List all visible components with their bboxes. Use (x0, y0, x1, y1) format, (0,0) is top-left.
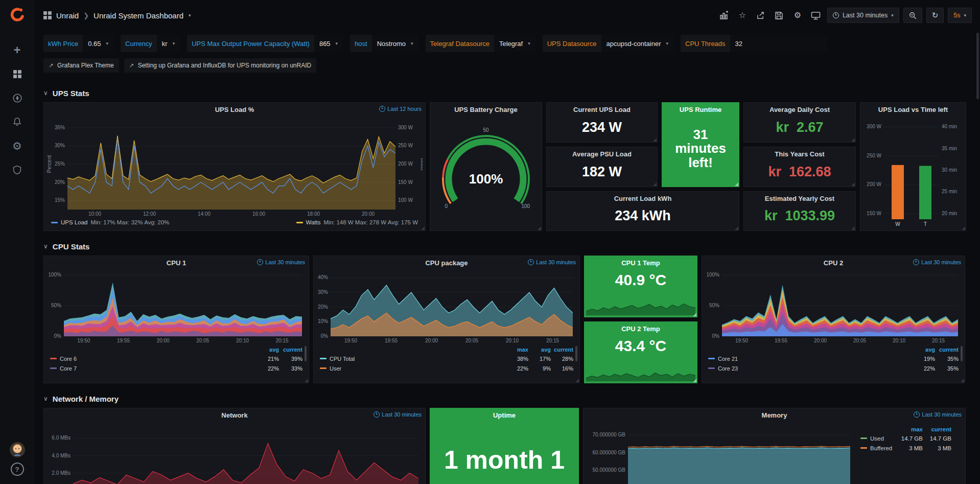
svg-text:20:15: 20:15 (932, 338, 945, 343)
page-scrollbar[interactable] (976, 33, 979, 99)
chevron-down-icon: ▾ (173, 41, 175, 46)
legend-series[interactable]: Core 2322%35% (708, 363, 959, 373)
share-button[interactable] (754, 8, 768, 23)
apps-grid-icon[interactable] (43, 11, 52, 19)
svg-text:200 W: 200 W (867, 181, 881, 187)
panel-time-range[interactable]: Last 30 minutes (914, 411, 962, 418)
variable-value-dropdown[interactable]: 865▾ (314, 35, 343, 52)
panel-time-range[interactable]: Last 30 minutes (257, 259, 305, 265)
cpu-threads-input[interactable]: 32 (730, 35, 827, 52)
legend-series[interactable]: User22%9%16% (320, 363, 573, 373)
panel-title[interactable]: Estimated Yearly Cost (765, 195, 834, 202)
legend-scrollbar[interactable] (575, 346, 577, 361)
panel-title[interactable]: Memory (762, 411, 787, 419)
panel-title[interactable]: Network (221, 411, 247, 419)
chevron-down-icon: ▾ (964, 13, 966, 18)
panel-title[interactable]: UPS Runtime (680, 106, 721, 113)
chart-svg (586, 364, 695, 381)
variable-value-dropdown[interactable]: Telegraf▾ (494, 35, 535, 52)
network-chart[interactable]: 2.0 MBs4.0 MBs6.0 MBs (46, 422, 423, 484)
variable-ups-datasource: UPS Datasource apcupsd-container▾ (543, 35, 673, 52)
panel-time-range[interactable]: Last 30 minutes (913, 259, 961, 265)
link-ups-monitoring-guide[interactable]: ↗ Setting up Grafana and InfluxDB for UP… (124, 58, 317, 73)
legend-series[interactable]: CPU Total38%17%28% (320, 354, 573, 363)
variable-value-dropdown[interactable]: apcupsd-container▾ (601, 35, 674, 52)
clock-icon (528, 259, 534, 265)
panel-title[interactable]: CPU 1 Temp (621, 259, 660, 267)
time-range-picker[interactable]: Last 30 minutes ▾ (827, 8, 899, 23)
panel-title[interactable]: UPS Battery Charge (454, 106, 518, 113)
panel-title[interactable]: Uptime (493, 411, 516, 419)
row-cpu-stats: CPU 1 Last 30 minutes 0%50%100%19:5019:5… (43, 256, 966, 383)
breadcrumb-page-title[interactable]: Unraid System Dashboard (94, 11, 183, 20)
panel-title[interactable]: CPU 1 (167, 259, 186, 267)
chart-svg: 0%10%20%30%40%19:5019:5520:0020:0520:102… (316, 269, 577, 344)
legend-series[interactable]: UPS LoadMin: 17% Max: 32% Avg: 20% (51, 219, 169, 225)
legend-series[interactable]: Core 722%33% (50, 363, 302, 373)
save-button[interactable] (772, 8, 786, 23)
panel-title[interactable]: CPU 2 Temp (621, 325, 660, 333)
row-header-network-memory[interactable]: ∨ Network / Memory (43, 390, 966, 407)
panel-time-range[interactable]: Last 30 minutes (374, 411, 422, 418)
legend-series[interactable]: Buffered3 MB3 MB (860, 443, 951, 453)
legend-scrollbar[interactable] (961, 346, 963, 361)
svg-text:0%: 0% (321, 333, 329, 339)
panel-title[interactable]: This Years Cost (775, 150, 824, 158)
panel-title[interactable]: UPS Load % (215, 106, 254, 113)
svg-text:250 W: 250 W (867, 153, 881, 158)
panel-title[interactable]: Current UPS Load (573, 106, 631, 113)
chart-svg: 2.0 MBs4.0 MBs6.0 MBs (46, 422, 423, 484)
sidebar: + ⚙ ? (0, 0, 34, 484)
memory-chart[interactable]: 50.000000 GB60.000000 GB70.000000 GB (586, 422, 854, 484)
row-header-cpu-stats[interactable]: ∨ CPU Stats (43, 238, 966, 255)
refresh-interval-picker[interactable]: 5s ▾ (948, 8, 972, 23)
configuration-gear-icon[interactable]: ⚙ (0, 134, 34, 158)
refresh-button[interactable]: ↻ (926, 8, 944, 23)
panel-title[interactable]: CPU 2 (824, 259, 843, 267)
dashboards-icon[interactable] (0, 62, 34, 86)
panel-time-range[interactable]: Last 30 minutes (528, 259, 576, 265)
create-plus-icon[interactable]: + (0, 38, 34, 62)
cpu1-chart[interactable]: 0%50%100%19:5019:5520:0020:0520:1020:15 (46, 269, 306, 344)
row-header-ups-stats[interactable]: ∨ UPS Stats (43, 85, 966, 101)
cpu2-chart[interactable]: 0%50%100%19:5019:5520:0020:0520:1020:15 (705, 269, 962, 344)
svg-text:Percent: Percent (46, 155, 52, 173)
panel-title[interactable]: Current Load kWh (614, 195, 672, 202)
legend-series[interactable]: Core 2119%35% (708, 354, 959, 363)
chevron-down-icon[interactable]: ▾ (189, 13, 191, 18)
panel-title[interactable]: UPS Load vs Time left (878, 106, 948, 113)
panel-title[interactable]: Average Daily Cost (769, 106, 830, 113)
svg-text:20:10: 20:10 (893, 338, 905, 343)
explore-compass-icon[interactable] (0, 86, 34, 110)
ups-load-chart[interactable]: 15%20%25%30%35%Percent100 W150 W200 W250… (46, 116, 423, 217)
grafana-logo-icon[interactable] (9, 6, 26, 26)
variable-value-dropdown[interactable]: Nostromo▾ (372, 35, 418, 52)
ups-load-vs-time-chart[interactable]: 150 W200 W250 W300 W20 min25 min30 min35… (864, 117, 963, 227)
panel-time-range[interactable]: Last 12 hours (379, 106, 422, 112)
user-avatar[interactable] (10, 442, 25, 457)
cycle-view-button[interactable] (809, 8, 823, 23)
breadcrumb-app[interactable]: Unraid (56, 11, 79, 20)
add-panel-button[interactable] (717, 8, 731, 23)
cpu-package-chart[interactable]: 0%10%20%30%40%19:5019:5520:0020:0520:102… (316, 269, 577, 344)
legend-series[interactable]: Core 621%39% (50, 354, 302, 363)
help-icon[interactable]: ? (11, 463, 24, 476)
link-grafana-plex-theme[interactable]: ↗ Grafana Plex Theme (43, 58, 119, 73)
variable-value-dropdown[interactable]: kr▾ (157, 35, 180, 52)
variable-value-dropdown[interactable]: 0.65▾ (83, 35, 113, 52)
battery-gauge[interactable]: 050100100% (433, 117, 539, 226)
panel-uptime: Uptime 1 month 1 (430, 408, 579, 484)
server-admin-shield-icon[interactable] (0, 158, 34, 182)
panel-title[interactable]: Average PSU Load (572, 150, 632, 158)
dashboard-settings-button[interactable]: ⚙ (790, 8, 805, 23)
panel-title[interactable]: CPU package (425, 259, 468, 267)
stat-value: kr 1033.99 (744, 204, 855, 231)
svg-text:300 W: 300 W (867, 124, 881, 129)
legend-series[interactable]: Used14.7 GB14.7 GB (860, 433, 951, 443)
alerting-bell-icon[interactable] (0, 110, 34, 134)
zoom-out-button[interactable] (903, 8, 922, 23)
star-button[interactable]: ☆ (735, 8, 750, 23)
legend-series[interactable]: WattsMin: 148 W Max: 278 W Avg: 175 W (296, 219, 418, 225)
legend-scrollbar[interactable] (305, 346, 307, 361)
svg-text:10:00: 10:00 (88, 211, 101, 217)
